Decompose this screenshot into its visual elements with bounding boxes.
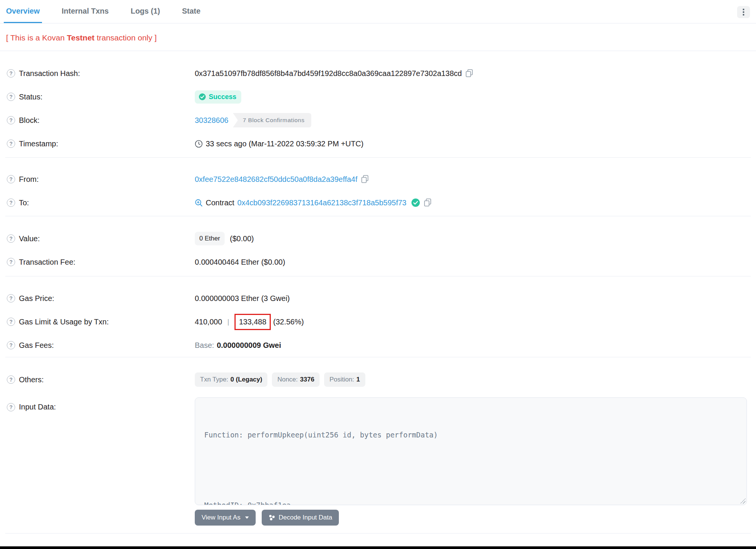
input-data-textarea[interactable]: Function: performUpkeep(uint256 id, byte… [195, 397, 747, 505]
from-row: From: 0xfee7522e8482682cf50ddc50a0f8da2a… [5, 167, 751, 191]
decode-icon [269, 514, 275, 521]
gas-limit-usage-row: Gas Limit & Usage by Txn: 410,000 | 133,… [5, 310, 751, 333]
gas-fees-base-value: 0.000000009 Gwei [217, 341, 281, 350]
transaction-hash-label: Transaction Hash: [19, 69, 80, 78]
input-data-label: Input Data: [19, 403, 56, 411]
transaction-hash-row: Transaction Hash: 0x371a51097fb78df856f8… [5, 62, 751, 85]
help-icon[interactable] [7, 234, 15, 243]
timestamp-value: 33 secs ago (Mar-11-2022 03:59:32 PM +UT… [206, 140, 363, 148]
notice-prefix: [ This is a Kovan [6, 33, 67, 42]
status-value: Success [209, 93, 236, 101]
timestamp-label: Timestamp: [19, 140, 58, 148]
kebab-menu-icon [743, 9, 744, 16]
gas-separator: | [227, 318, 229, 326]
block-confirmations-badge: 7 Block Confirmations [233, 113, 311, 127]
txn-type-label: Txn Type: [200, 376, 228, 383]
transaction-hash-value: 0x371a51097fb78df856f8b4a7bd459f192d8cc8… [195, 69, 462, 78]
help-icon[interactable] [7, 258, 15, 266]
section-hash-status-block-time: Transaction Hash: 0x371a51097fb78df856f8… [5, 51, 751, 158]
value-usd: ($0.00) [230, 234, 254, 243]
notice-suffix: transaction only ] [95, 33, 157, 42]
status-label: Status: [19, 93, 42, 101]
value-label: Value: [19, 234, 40, 243]
input-methodid-line: MethodID: 0x7bbaf1ea [204, 499, 737, 505]
block-label-group: Block: [5, 116, 195, 125]
value-label-group: Value: [5, 234, 195, 243]
tab-bar: Overview Internal Txns Logs (1) State [0, 0, 756, 23]
help-icon[interactable] [7, 341, 15, 349]
timestamp-label-group: Timestamp: [5, 140, 195, 148]
gas-price-value: 0.000000003 Ether (3 Gwei) [195, 294, 290, 303]
gas-used-percent: (32.56%) [273, 318, 304, 326]
transaction-hash-label-group: Transaction Hash: [5, 69, 195, 78]
help-icon[interactable] [7, 294, 15, 302]
section-from-to: From: 0xfee7522e8482682cf50ddc50a0f8da2a… [5, 158, 751, 216]
to-label-group: To: [5, 199, 195, 207]
resize-grip-icon[interactable] [740, 498, 745, 504]
value-row: Value: 0 Ether ($0.00) [5, 227, 751, 250]
help-icon[interactable] [7, 375, 15, 384]
status-row: Status: Success [5, 85, 751, 109]
from-label-group: From: [5, 175, 195, 184]
gas-price-label-group: Gas Price: [5, 294, 195, 303]
gas-fees-row: Gas Fees: Base: 0.000000009 Gwei [5, 333, 751, 357]
help-icon[interactable] [7, 140, 15, 148]
tab-internal-txns[interactable]: Internal Txns [59, 5, 111, 23]
others-row: Others: Txn Type: 0 (Legacy) Nonce: 3376… [5, 368, 751, 391]
section-value-fee: Value: 0 Ether ($0.00) Transaction Fee: … [5, 216, 751, 276]
block-number-link[interactable]: 30328606 [195, 116, 228, 125]
copy-icon[interactable] [361, 175, 369, 183]
others-label-group: Others: [5, 375, 195, 384]
copy-icon[interactable] [424, 199, 432, 207]
copy-icon[interactable] [466, 69, 473, 78]
check-circle-icon [199, 93, 206, 101]
input-buttons-row: View Input As Decode Input Data [195, 510, 751, 526]
gas-limit-label: Gas Limit & Usage by Txn: [19, 318, 109, 326]
position-badge: Position: 1 [324, 372, 365, 387]
more-options-button[interactable] [737, 6, 750, 18]
help-icon[interactable] [7, 403, 15, 411]
from-label: From: [19, 175, 39, 184]
section-gas: Gas Price: 0.000000003 Ether (3 Gwei) Ga… [5, 276, 751, 357]
help-icon[interactable] [7, 69, 15, 78]
help-icon[interactable] [7, 199, 15, 207]
block-row: Block: 30328606 7 Block Confirmations [5, 109, 751, 132]
position-label: Position: [329, 376, 354, 383]
notice-bold: Testnet [67, 33, 95, 42]
to-row: To: Contract 0x4cb093f226983713164a62138… [5, 191, 751, 214]
gas-price-row: Gas Price: 0.000000003 Ether (3 Gwei) [5, 287, 751, 310]
decode-input-data-button[interactable]: Decode Input Data [262, 510, 339, 526]
gas-used-value: 133,488 [239, 318, 266, 326]
zoom-in-icon[interactable] [195, 199, 203, 207]
tab-overview[interactable]: Overview [4, 5, 42, 23]
txn-type-badge: Txn Type: 0 (Legacy) [195, 372, 267, 387]
tab-state[interactable]: State [180, 5, 203, 23]
transaction-fee-label-group: Transaction Fee: [5, 258, 195, 267]
help-icon[interactable] [7, 116, 15, 124]
to-contract-word: Contract [206, 199, 234, 207]
transaction-fee-label: Transaction Fee: [19, 258, 75, 267]
timestamp-row: Timestamp: 33 secs ago (Mar-11-2022 03:5… [5, 132, 751, 155]
txn-type-value: 0 (Legacy) [230, 376, 262, 383]
testnet-notice: [ This is a Kovan Testnet transaction on… [0, 23, 756, 51]
section-others-input: Others: Txn Type: 0 (Legacy) Nonce: 3376… [5, 357, 751, 533]
input-data-row: Input Data: Function: performUpkeep(uint… [5, 391, 751, 526]
view-input-as-button[interactable]: View Input As [195, 510, 256, 526]
from-address-link[interactable]: 0xfee7522e8482682cf50ddc50a0f8da2a39effa… [195, 175, 357, 184]
tab-logs[interactable]: Logs (1) [128, 5, 162, 23]
gas-limit-value: 410,000 [195, 318, 222, 326]
help-icon[interactable] [7, 318, 15, 326]
verified-check-icon [411, 198, 420, 207]
gas-fees-label: Gas Fees: [19, 341, 54, 350]
position-value: 1 [356, 376, 360, 383]
help-icon[interactable] [7, 175, 15, 183]
gas-limit-label-group: Gas Limit & Usage by Txn: [5, 318, 195, 326]
status-label-group: Status: [5, 93, 195, 101]
transaction-fee-row: Transaction Fee: 0.000400464 Ether ($0.0… [5, 250, 751, 274]
help-icon[interactable] [7, 93, 15, 101]
to-address-link[interactable]: 0x4cb093f226983713164a62138c3f718a5b595f… [238, 199, 407, 207]
transaction-fee-value: 0.000400464 Ether ($0.00) [195, 258, 285, 267]
gas-used-annotation-box: 133,488 [234, 314, 271, 330]
gas-fees-label-group: Gas Fees: [5, 341, 195, 350]
caret-down-icon [245, 516, 249, 519]
